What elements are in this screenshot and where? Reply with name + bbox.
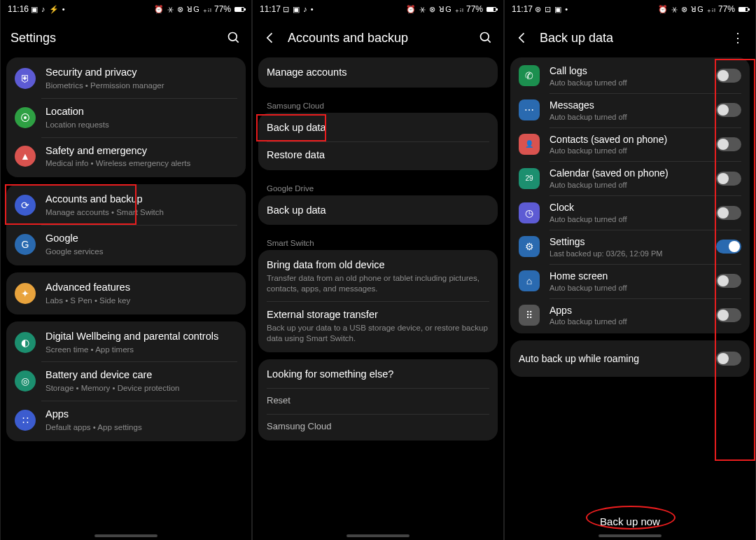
- row-external-storage-transfer[interactable]: External storage transferBack up your da…: [258, 301, 498, 351]
- row-subtitle: Auto backup turned off: [550, 113, 706, 121]
- settings-row-battery-and-device-care[interactable]: ◎Battery and device careStorage • Memory…: [6, 361, 246, 401]
- settings-group: ⛨Security and privacyBiometrics • Permis…: [6, 57, 246, 177]
- battery-icon: ◎: [15, 371, 36, 392]
- backup-data-list[interactable]: ✆Call logsAuto backup turned off⋯Message…: [505, 57, 755, 503]
- home-icon: ⌂: [519, 270, 540, 291]
- search-icon[interactable]: [478, 30, 493, 46]
- settings-row-google[interactable]: GGoogleGoogle services: [6, 225, 246, 264]
- row-label: Safety and emergency: [46, 144, 237, 158]
- settings-row-advanced-features[interactable]: ✦Advanced featuresLabs • S Pen • Side ke…: [6, 274, 246, 313]
- row-label: Reset: [267, 395, 489, 407]
- status-bar: 11:17 ⊛ ⊡ ▣ • ⏰ ⚹ ⊗ ꓤG ₊ᵢₗ 77%: [505, 0, 755, 18]
- row-subtitle: Auto backup turned off: [550, 146, 706, 155]
- back-up-now-label: Back up now: [600, 515, 660, 527]
- status-right-icons: ⏰ ⚹ ⊗ ꓤG ₊ᵢₗ: [154, 5, 212, 14]
- row-label: External storage transfer: [267, 308, 489, 321]
- toggle[interactable]: [716, 274, 741, 288]
- page-title: Back up data: [540, 31, 720, 46]
- backup-row-calendar-saved-on-phone[interactable]: 29Calendar (saved on phone)Auto backup t…: [510, 161, 750, 195]
- row-looking-for-something-else[interactable]: Looking for something else?: [258, 361, 498, 388]
- row-restore-data[interactable]: Restore data: [258, 141, 498, 169]
- row-subtitle: Google services: [46, 247, 237, 257]
- toggle[interactable]: [716, 352, 741, 366]
- nav-handle[interactable]: [94, 534, 158, 537]
- row-label: Advanced features: [46, 281, 237, 294]
- apps-icon: ∷: [15, 410, 36, 431]
- row-subtitle: Auto backup turned off: [550, 317, 706, 326]
- row-label: Bring data from old device: [267, 258, 489, 272]
- nav-handle[interactable]: [346, 534, 410, 537]
- backup-row-home-screen[interactable]: ⌂Home screenAuto backup turned off: [510, 264, 750, 298]
- clock-text: 11:17: [512, 4, 533, 14]
- backup-items-card: ✆Call logsAuto backup turned off⋯Message…: [510, 57, 750, 333]
- settings-row-apps[interactable]: ∷AppsDefault apps • App settings: [6, 401, 246, 440]
- toggle[interactable]: [716, 172, 741, 186]
- accounts-backup-list[interactable]: Manage accountsSamsung CloudBack up data…: [253, 57, 503, 540]
- roaming-card: Auto back up while roaming: [510, 340, 750, 377]
- row-back-up-data[interactable]: Back up data: [258, 197, 498, 224]
- screen-accounts-backup: 11:17 ⊡ ▣ ♪ • ⏰ ⚹ ⊗ ꓤG ₊ᵢₗ 77% Accounts …: [252, 0, 504, 540]
- battery-icon: [738, 7, 748, 12]
- toggle[interactable]: [716, 103, 741, 117]
- backup-row-apps[interactable]: ⠿AppsAuto backup turned off: [510, 298, 750, 333]
- row-subtitle: Auto backup turned off: [550, 215, 706, 223]
- calendar-icon: 29: [519, 168, 540, 189]
- settings-row-safety-and-emergency[interactable]: ▲Safety and emergencyMedical info • Wire…: [6, 137, 246, 176]
- messages-icon: ⋯: [519, 99, 540, 120]
- row-label: Security and privacy: [46, 66, 237, 79]
- row-samsung-cloud[interactable]: Samsung Cloud: [258, 414, 498, 440]
- location-icon: ⦿: [15, 107, 36, 128]
- settings-row-security-and-privacy[interactable]: ⛨Security and privacyBiometrics • Permis…: [6, 59, 246, 98]
- settings-list[interactable]: ⛨Security and privacyBiometrics • Permis…: [1, 57, 251, 540]
- toggle[interactable]: [716, 69, 741, 83]
- row-manage-accounts[interactable]: Manage accounts: [258, 59, 498, 86]
- emergency-icon: ▲: [15, 146, 36, 167]
- row-label: Google: [46, 232, 237, 245]
- row-subtitle: Last backed up: 03/26, 12:09 PM: [550, 249, 706, 258]
- toggle[interactable]: [716, 206, 741, 220]
- settings-row-digital-wellbeing-and-parental-controls[interactable]: ◐Digital Wellbeing and parental controls…: [6, 323, 246, 362]
- shield-icon: ⛨: [15, 68, 36, 89]
- card: Bring data from old deviceTransfer data …: [258, 250, 498, 352]
- clock-text: 11:16: [8, 4, 29, 14]
- row-label: Apps: [46, 408, 237, 421]
- search-icon[interactable]: [226, 30, 241, 46]
- backup-row-call-logs[interactable]: ✆Call logsAuto backup turned off: [510, 59, 750, 93]
- toggle[interactable]: [716, 240, 741, 254]
- backup-row-clock[interactable]: ◷ClockAuto backup turned off: [510, 195, 750, 230]
- status-left-icons: ▣ ♪ ⚡ •: [31, 5, 66, 14]
- google-icon: G: [15, 234, 36, 255]
- row-label: Auto back up while roaming: [519, 353, 706, 365]
- more-icon[interactable]: ⋮: [730, 30, 746, 46]
- backup-row-messages[interactable]: ⋯MessagesAuto backup turned off: [510, 93, 750, 127]
- row-label: Looking for something else?: [267, 368, 489, 381]
- svg-point-0: [229, 33, 237, 41]
- wellbeing-icon: ◐: [15, 332, 36, 353]
- battery-text: 77%: [214, 4, 231, 14]
- row-subtitle: Labs • S Pen • Side key: [46, 296, 237, 306]
- header: Accounts and backup: [253, 18, 503, 57]
- row-bring-data-from-old-device[interactable]: Bring data from old deviceTransfer data …: [258, 251, 498, 301]
- header: Settings: [1, 18, 251, 57]
- settings-row-location[interactable]: ⦿LocationLocation requests: [6, 98, 246, 137]
- backup-row-settings[interactable]: ⚙SettingsLast backed up: 03/26, 12:09 PM: [510, 230, 750, 264]
- back-icon[interactable]: [514, 30, 530, 46]
- row-back-up-data[interactable]: Back up data: [258, 114, 498, 141]
- settings-row-accounts-and-backup[interactable]: ⟳Accounts and backupManage accounts • Sm…: [6, 186, 246, 225]
- row-auto-backup-roaming[interactable]: Auto back up while roaming: [510, 342, 750, 375]
- back-icon[interactable]: [262, 30, 278, 46]
- backup-row-contacts-saved-on-phone[interactable]: 👤Contacts (saved on phone)Auto backup tu…: [510, 127, 750, 162]
- status-right-icons: ⏰ ⚹ ⊗ ꓤG ₊ᵢₗ: [658, 5, 716, 14]
- nav-handle[interactable]: [598, 534, 662, 537]
- row-label: Battery and device care: [46, 368, 237, 382]
- row-label: Call logs: [550, 65, 706, 77]
- row-label: Accounts and backup: [46, 193, 237, 206]
- row-reset[interactable]: Reset: [258, 388, 498, 414]
- row-subtitle: Auto backup turned off: [550, 181, 706, 189]
- toggle[interactable]: [716, 137, 741, 151]
- row-subtitle: Transfer data from an old phone or table…: [267, 273, 489, 294]
- toggle[interactable]: [716, 308, 741, 322]
- sync-icon: ⟳: [15, 195, 36, 216]
- row-label: Calendar (saved on phone): [550, 167, 706, 179]
- card: Back up data: [258, 195, 498, 226]
